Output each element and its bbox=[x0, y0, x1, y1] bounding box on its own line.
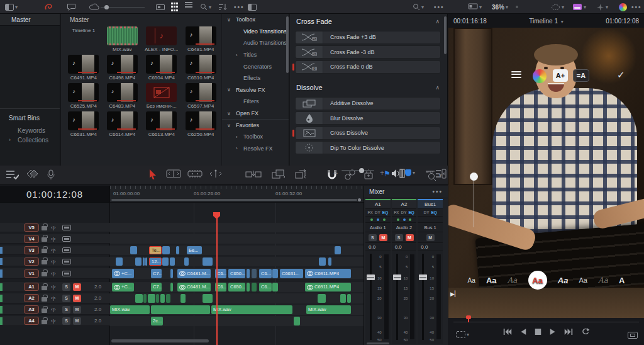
knob[interactable] bbox=[383, 218, 386, 221]
effects-tree-item-generators[interactable]: Generators bbox=[222, 60, 289, 72]
auto-select-icon[interactable]: ‹|› bbox=[51, 318, 55, 324]
knob[interactable] bbox=[409, 218, 411, 221]
track-lane-V1[interactable]: +C...C7...C6481.M...C6...C650...C6...C66… bbox=[110, 268, 364, 279]
control-point-handle[interactable] bbox=[470, 172, 478, 181]
timeline-clip-12[interactable]: 12... bbox=[149, 257, 162, 266]
collapse-icon[interactable]: ∧ bbox=[435, 84, 440, 91]
track-lane-A1[interactable]: +C...C7...C6481.M...C6...C650...C6...C69… bbox=[110, 282, 364, 292]
first-frame-button[interactable] bbox=[503, 329, 511, 335]
timeline-clip-C650[interactable]: C650... bbox=[228, 283, 245, 292]
timeline-clip[interactable] bbox=[130, 246, 137, 255]
title-color-overlay-button[interactable] bbox=[533, 69, 547, 83]
effects-tree-item-resolve-fx[interactable]: ›Resolve FX bbox=[222, 143, 289, 155]
film-icon[interactable] bbox=[62, 247, 71, 253]
auto-select-icon[interactable]: ‹|› bbox=[51, 307, 55, 312]
fx-button-fx[interactable]: FX bbox=[367, 210, 372, 215]
transition-item-cross-fade-0-db[interactable]: 0Cross Fade 0 dB bbox=[295, 60, 441, 74]
film-icon[interactable] bbox=[62, 271, 71, 276]
audio-monitor-button[interactable] bbox=[391, 169, 405, 178]
timeline-clip-MIXwav[interactable]: MIX.wav bbox=[110, 305, 150, 315]
filmstrip-view-button[interactable] bbox=[156, 2, 165, 12]
track-badge[interactable]: A1 bbox=[24, 283, 39, 291]
media-pool-clip[interactable]: ♪C6250.MP4 bbox=[184, 111, 217, 137]
timeline-clip[interactable] bbox=[176, 246, 179, 255]
timeline-clip-2c[interactable]: 2c... bbox=[151, 317, 163, 326]
sidebar-item-keywords[interactable]: Keywords bbox=[18, 127, 45, 134]
track-lane-V3[interactable]: Te...Бе... bbox=[110, 246, 364, 255]
media-pool-search-button[interactable]: ▾ bbox=[200, 2, 211, 12]
auto-select-icon[interactable]: ‹|› bbox=[51, 284, 55, 290]
track-header-V5[interactable]: V5‹|› bbox=[0, 223, 110, 232]
track-badge[interactable]: V2 bbox=[24, 257, 39, 266]
lock-icon[interactable] bbox=[42, 308, 47, 313]
track-header-A2[interactable]: A2‹|›SM2.0 bbox=[0, 293, 110, 303]
timeline-clip[interactable] bbox=[318, 294, 326, 303]
track-badge[interactable]: V3 bbox=[24, 246, 39, 254]
track-lane-V4[interactable] bbox=[110, 234, 364, 244]
timeline-clip-C6[interactable]: C6... bbox=[259, 269, 272, 279]
timeline-clip[interactable] bbox=[247, 283, 250, 292]
fx-button-eq[interactable]: EQ bbox=[431, 210, 436, 215]
font-style-option[interactable]: Aa bbox=[558, 276, 569, 285]
media-pool-clip[interactable]: Timeline 1 bbox=[67, 26, 100, 52]
solo-button[interactable]: S bbox=[395, 234, 403, 241]
timeline-clip[interactable] bbox=[340, 294, 346, 303]
timeline-clip-C6[interactable]: C6... bbox=[259, 283, 272, 292]
fader-track[interactable] bbox=[370, 254, 372, 340]
sort-button[interactable] bbox=[219, 2, 227, 12]
viewer-crop-button[interactable]: ▾ bbox=[456, 329, 469, 339]
timeline-clip-MIXwav[interactable]: MIX.wav bbox=[306, 305, 351, 315]
fader-handle[interactable] bbox=[393, 274, 401, 280]
fader-handle[interactable] bbox=[419, 274, 427, 280]
auto-select-icon[interactable]: ‹|› bbox=[51, 236, 55, 242]
timeline-clip[interactable] bbox=[145, 257, 147, 266]
timeline-clip[interactable] bbox=[252, 269, 257, 279]
media-pool-clip[interactable]: ♪C6613.MP4 bbox=[145, 111, 178, 137]
track-lane-A3[interactable]: MIX.wavMIX.wavMIX.wav bbox=[110, 305, 364, 315]
track-lane-A4[interactable]: 2c... bbox=[110, 316, 364, 326]
timeline-hscrollbar[interactable] bbox=[111, 339, 209, 342]
text-format-overlay-button[interactable]: =A bbox=[573, 69, 589, 82]
timeline-clip[interactable] bbox=[162, 246, 170, 255]
timeline-clip[interactable] bbox=[166, 294, 170, 303]
bin-tab-master[interactable]: Master bbox=[0, 14, 60, 26]
media-pool-clip[interactable]: ♪C6491.MP4 bbox=[67, 55, 100, 81]
razor-edit-mode-button[interactable] bbox=[187, 169, 203, 178]
track-header-V3[interactable]: V3‹|› bbox=[0, 246, 110, 255]
track-lane-A2[interactable] bbox=[110, 293, 364, 303]
mask-overlay-button[interactable]: ▾ bbox=[551, 2, 564, 12]
track-badge[interactable]: A3 bbox=[24, 305, 39, 314]
timeline-clip-C6481M[interactable]: C6481.M... bbox=[177, 269, 211, 279]
trim-edit-mode-button[interactable] bbox=[166, 169, 181, 178]
effects-options-button[interactable]: ••• bbox=[434, 2, 445, 12]
effects-tree-item-favorites[interactable]: ∨Favorites bbox=[222, 119, 289, 131]
timeline-clip[interactable] bbox=[151, 305, 210, 315]
stabilize-button[interactable]: ▾ bbox=[596, 2, 608, 12]
fader-track[interactable] bbox=[422, 254, 424, 340]
thumbnail-size-slider[interactable] bbox=[101, 2, 145, 12]
collapse-icon[interactable]: ∧ bbox=[435, 18, 440, 25]
media-pool-clip[interactable]: ♪C6597.MP4 bbox=[184, 83, 217, 109]
effects-tree-item-titles[interactable]: ›Titles bbox=[222, 49, 289, 61]
timeline-clip[interactable] bbox=[135, 257, 142, 266]
timeline-clip[interactable] bbox=[252, 283, 257, 292]
transition-item-cross-fade--3-db[interactable]: -3Cross Fade -3 dB bbox=[295, 45, 441, 59]
transitions-section-header[interactable]: Dissolve∧ bbox=[290, 80, 447, 95]
film-icon[interactable] bbox=[62, 225, 71, 230]
timeline-clip[interactable] bbox=[170, 283, 173, 292]
transition-item-blur-dissolve[interactable]: Blur Dissolve bbox=[295, 111, 441, 125]
media-pool-clip[interactable]: ♪C6498.MP4 bbox=[106, 55, 139, 81]
effects-tree-item-filters[interactable]: Filters bbox=[222, 96, 289, 108]
mute-button[interactable]: M bbox=[73, 306, 81, 314]
fader-handle[interactable] bbox=[367, 274, 375, 280]
mute-button[interactable]: M bbox=[426, 234, 435, 241]
media-pool-clip[interactable]: ♪C6631.MP4 bbox=[67, 111, 100, 137]
font-style-option[interactable]: Aa bbox=[579, 276, 587, 284]
solo-button[interactable]: S bbox=[369, 234, 377, 241]
confirm-check-icon[interactable]: ✓ bbox=[617, 69, 625, 81]
solo-button[interactable]: S bbox=[62, 306, 70, 314]
playhead-line[interactable] bbox=[216, 215, 218, 345]
zoom-in-button[interactable]: + bbox=[380, 169, 384, 178]
timeline-clip-C650[interactable]: C650... bbox=[228, 269, 245, 279]
timeline-clip-MIXwav[interactable]: MIX.wav bbox=[211, 305, 292, 315]
